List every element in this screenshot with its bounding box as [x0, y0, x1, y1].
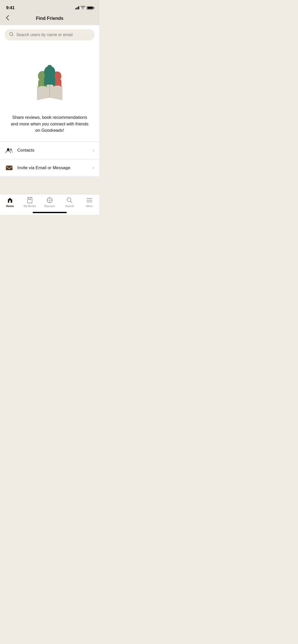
nav-item-search[interactable]: Search [60, 197, 79, 208]
friends-illustration [24, 53, 75, 107]
bottom-navigation: Home My Books Discover [0, 194, 99, 215]
status-icons [75, 6, 93, 10]
search-bar[interactable] [5, 29, 95, 40]
search-container [0, 25, 99, 46]
svg-point-5 [7, 148, 9, 151]
home-icon [7, 197, 13, 203]
nav-label-home: Home [6, 204, 14, 208]
contacts-label: Contacts [17, 148, 89, 153]
nav-search-icon [66, 197, 73, 203]
wifi-icon [81, 6, 85, 10]
svg-rect-9 [28, 197, 32, 203]
nav-item-discover[interactable]: Discover [40, 197, 60, 208]
nav-item-mybooks[interactable]: My Books [20, 197, 40, 208]
svg-point-6 [10, 148, 12, 151]
signal-bars-icon [75, 6, 79, 9]
contacts-chevron-icon: › [93, 148, 94, 153]
discover-icon [46, 197, 53, 203]
svg-rect-8 [9, 200, 11, 203]
nav-item-home[interactable]: Home [0, 197, 20, 208]
header: Find Friends [0, 12, 99, 25]
invite-chevron-icon: › [93, 165, 94, 170]
page-title: Find Friends [36, 16, 63, 21]
back-button[interactable] [5, 14, 10, 23]
svg-point-4 [48, 65, 52, 68]
svg-point-16 [67, 198, 71, 202]
main-content: Share reviews, book recommendations and … [0, 25, 99, 215]
svg-rect-7 [6, 166, 12, 170]
invite-label: Invite via Email or Message [17, 165, 89, 170]
illustration-area [0, 46, 99, 112]
nav-item-more[interactable]: More [79, 197, 99, 208]
nav-label-mybooks: My Books [24, 204, 36, 208]
svg-point-11 [49, 200, 50, 201]
invite-menu-item[interactable]: Invite via Email or Message › [0, 159, 99, 177]
email-icon [5, 164, 13, 172]
contacts-icon [5, 146, 13, 154]
mybooks-icon [26, 197, 33, 203]
search-input[interactable] [16, 33, 90, 37]
battery-icon [87, 6, 93, 10]
tagline-section: Share reviews, book recommendations and … [0, 112, 99, 141]
tagline-text: Share reviews, book recommendations and … [10, 114, 89, 134]
status-time: 9:41 [6, 5, 15, 10]
home-indicator [33, 212, 67, 213]
nav-label-more: More [86, 204, 92, 208]
more-icon [86, 197, 93, 203]
nav-label-discover: Discover [44, 204, 55, 208]
contacts-menu-item[interactable]: Contacts › [0, 142, 99, 159]
nav-label-search: Search [65, 204, 74, 208]
search-icon [9, 32, 14, 38]
status-bar: 9:41 [0, 0, 99, 12]
